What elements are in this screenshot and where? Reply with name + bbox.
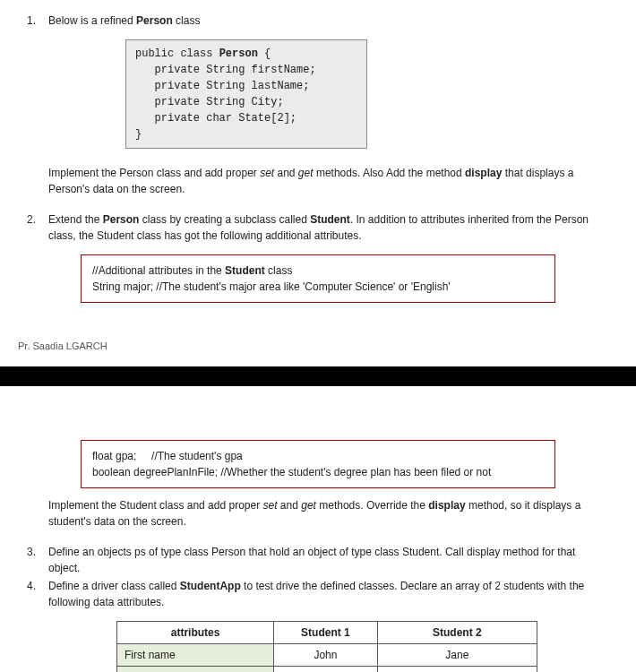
q2-a: Extend the <box>48 213 103 226</box>
table-cell-value: Doe <box>377 666 537 672</box>
student-attr-box-1: //Additional attributes in the Student c… <box>81 254 555 303</box>
question-2: 2. Extend the Person class by creating a… <box>27 211 609 244</box>
q1-number: 1. <box>27 13 48 29</box>
th-student1: Student 1 <box>274 621 378 643</box>
q1-intro-before: Below is a refined <box>48 14 136 27</box>
q2-student: Student <box>310 213 350 226</box>
q1-and: and <box>274 167 298 179</box>
box2-line1: float gpa; //The student's gpa <box>92 448 544 464</box>
impl2-a: Implement the Student class and add prop… <box>48 499 262 512</box>
q3-text: Define an objects ps of type class Perso… <box>48 544 609 576</box>
box1-bold: Student <box>225 264 265 277</box>
code-classname: Person <box>219 47 258 60</box>
impl2-and: and <box>278 499 302 512</box>
impl2-b: methods. Override the <box>316 499 428 512</box>
q2-person: Person <box>103 213 140 226</box>
box1-line1: //Additional attributes in the Student c… <box>92 263 544 279</box>
q1-get: get <box>298 167 314 179</box>
box2-a: float gpa; <box>92 450 136 462</box>
q2-b: class by creating a subclass called <box>139 213 310 226</box>
table-cell-value: Doe <box>274 666 378 672</box>
impl2-paragraph: Implement the Student class and add prop… <box>48 497 609 530</box>
q1-content: Below is a refined Person class <box>48 13 609 29</box>
box1-line2: String major; //The student's major area… <box>92 279 544 295</box>
th-attributes: attributes <box>117 621 274 643</box>
box1-b: class <box>265 264 293 277</box>
question-1: 1. Below is a refined Person class <box>27 13 609 29</box>
impl2-set: set <box>262 499 277 512</box>
q1-display: display <box>465 167 502 179</box>
q3-number: 3. <box>27 544 48 576</box>
q1-para-a: Implement the Person class and add prope… <box>48 167 260 179</box>
impl2-disp: display <box>428 499 465 512</box>
table-body: First nameJohnJaneLast nameDoeDoeCityCle… <box>117 643 537 672</box>
table-header-row: attributes Student 1 Student 2 <box>117 621 537 643</box>
q4-bold: StudentApp <box>180 580 241 592</box>
q1-intro-after: class <box>173 14 201 27</box>
th-student2: Student 2 <box>377 621 537 643</box>
q1-paragraph: Implement the Person class and add prope… <box>48 165 609 197</box>
page-footer-author: Pr. Saadia LGARCH <box>18 339 609 354</box>
code-pre: public class <box>135 47 219 60</box>
box2-b: //The student's gpa <box>151 450 243 462</box>
table-row: Last nameDoeDoe <box>117 666 537 672</box>
table-cell-value: Jane <box>377 643 537 666</box>
q1-para-b: methods. Also Add the method <box>314 167 465 179</box>
student-attr-box-2: float gpa; //The student's gpa boolean d… <box>81 440 555 488</box>
table-row: First nameJohnJane <box>117 643 537 666</box>
q4-content: Define a driver class called StudentApp … <box>48 578 609 610</box>
box2-line2: boolean degreePlanInFile; //Whether the … <box>92 464 544 480</box>
page-divider-bar <box>0 366 636 386</box>
impl2-get: get <box>301 499 316 512</box>
table-cell-attr: Last name <box>117 666 274 672</box>
q1-intro-bold: Person <box>136 14 173 27</box>
q4-number: 4. <box>27 578 48 610</box>
student-data-table: attributes Student 1 Student 2 First nam… <box>116 621 537 673</box>
box1-a: //Additional attributes in the <box>92 264 225 277</box>
table-cell-value: John <box>274 643 378 666</box>
q2-content: Extend the Person class by creating a su… <box>48 211 609 244</box>
q2-number: 2. <box>27 211 48 244</box>
q4-a: Define a driver class called <box>48 580 180 592</box>
q1-set: set <box>260 167 274 179</box>
code-body: { private String firstName; private Stri… <box>135 47 316 141</box>
code-box-person: public class Person { private String fir… <box>125 39 367 149</box>
table-cell-attr: First name <box>117 643 274 666</box>
question-3: 3. Define an objects ps of type class Pe… <box>27 544 609 576</box>
question-4: 4. Define a driver class called StudentA… <box>27 578 609 610</box>
